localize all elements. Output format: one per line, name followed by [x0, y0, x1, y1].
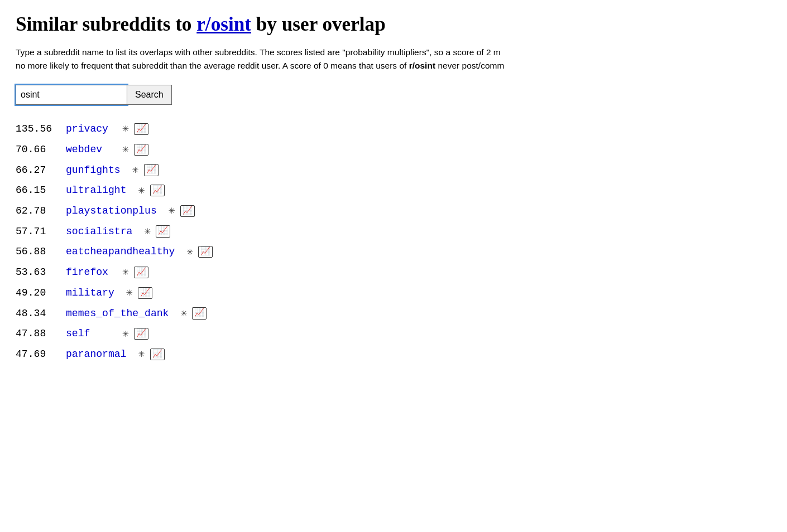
list-item: 66.27gunfights✳📈 — [16, 162, 771, 179]
score-value: 47.69 — [16, 346, 66, 363]
cluster-icon[interactable]: ✳ — [179, 308, 189, 318]
title-prefix: Similar subreddits to — [16, 13, 196, 35]
score-value: 47.88 — [16, 325, 66, 342]
cluster-icon[interactable]: ✳ — [121, 124, 131, 134]
cluster-icon[interactable]: ✳ — [137, 349, 147, 359]
cluster-icon[interactable]: ✳ — [124, 288, 135, 298]
monitor-icon[interactable]: 📈 — [134, 144, 148, 156]
list-item: 56.88eatcheapandhealthy✳📈 — [16, 243, 771, 260]
subreddit-link[interactable]: firefox — [66, 264, 111, 281]
page-title: Similar subreddits to r/osint by user ov… — [16, 13, 771, 36]
subreddit-link[interactable]: memes_of_the_dank — [66, 305, 169, 322]
subreddit-link[interactable]: playstationplus — [66, 202, 157, 220]
monitor-icon[interactable]: 📈 — [192, 307, 207, 319]
description-text: Type a subreddit name to list its overla… — [16, 46, 771, 72]
subreddit-link[interactable]: self — [66, 325, 111, 342]
monitor-icon[interactable]: 📈 — [144, 164, 159, 176]
cluster-icon[interactable]: ✳ — [131, 165, 141, 175]
cluster-icon[interactable]: ✳ — [121, 144, 131, 154]
list-item: 62.78playstationplus✳📈 — [16, 202, 771, 220]
monitor-icon[interactable]: 📈 — [150, 349, 165, 360]
list-item: 70.66webdev✳📈 — [16, 141, 771, 158]
subreddit-link[interactable]: socialistra — [66, 223, 132, 240]
cluster-icon[interactable]: ✳ — [142, 226, 152, 236]
list-item: 66.15ultralight✳📈 — [16, 182, 771, 199]
list-item: 57.71socialistra✳📈 — [16, 223, 771, 240]
monitor-icon[interactable]: 📈 — [134, 123, 148, 135]
monitor-icon[interactable]: 📈 — [156, 225, 170, 237]
title-suffix: by user overlap — [251, 13, 386, 35]
score-value: 57.71 — [16, 223, 66, 240]
search-button[interactable]: Search — [127, 85, 172, 105]
score-value: 53.63 — [16, 264, 66, 281]
list-item: 49.20military✳📈 — [16, 284, 771, 302]
cluster-icon[interactable]: ✳ — [167, 206, 177, 216]
list-item: 53.63firefox✳📈 — [16, 264, 771, 281]
list-item: 135.56privacy✳📈 — [16, 120, 771, 138]
cluster-icon[interactable]: ✳ — [137, 186, 147, 196]
score-value: 66.15 — [16, 182, 66, 199]
subreddit-link[interactable]: eatcheapandhealthy — [66, 243, 175, 260]
monitor-icon[interactable]: 📈 — [150, 185, 165, 196]
cluster-icon[interactable]: ✳ — [121, 329, 131, 339]
list-item: 47.88self✳📈 — [16, 325, 771, 342]
subreddit-link[interactable]: privacy — [66, 120, 111, 138]
score-value: 66.27 — [16, 162, 66, 179]
score-value: 70.66 — [16, 141, 66, 158]
score-value: 49.20 — [16, 284, 66, 302]
list-item: 48.34memes_of_the_dank✳📈 — [16, 305, 771, 322]
monitor-icon[interactable]: 📈 — [180, 205, 195, 217]
subreddit-link[interactable]: military — [66, 284, 114, 302]
monitor-icon[interactable]: 📈 — [134, 267, 148, 278]
subreddit-link[interactable]: webdev — [66, 141, 111, 158]
monitor-icon[interactable]: 📈 — [134, 328, 148, 340]
cluster-icon[interactable]: ✳ — [185, 247, 195, 257]
cluster-icon[interactable]: ✳ — [121, 267, 131, 277]
title-link[interactable]: r/osint — [196, 13, 251, 35]
subreddit-link[interactable]: paranormal — [66, 346, 127, 363]
score-value: 48.34 — [16, 305, 66, 322]
monitor-icon[interactable]: 📈 — [198, 246, 213, 258]
subreddit-link[interactable]: ultralight — [66, 182, 127, 199]
subreddit-link[interactable]: gunfights — [66, 162, 121, 179]
list-item: 47.69paranormal✳📈 — [16, 346, 771, 363]
results-list: 135.56privacy✳📈70.66webdev✳📈66.27gunfigh… — [16, 120, 771, 363]
description-bold: r/osint — [409, 61, 435, 70]
search-input[interactable] — [16, 85, 127, 105]
score-value: 56.88 — [16, 243, 66, 260]
score-value: 62.78 — [16, 202, 66, 220]
monitor-icon[interactable]: 📈 — [138, 287, 152, 299]
score-value: 135.56 — [16, 120, 66, 138]
search-area: Search — [16, 85, 771, 105]
